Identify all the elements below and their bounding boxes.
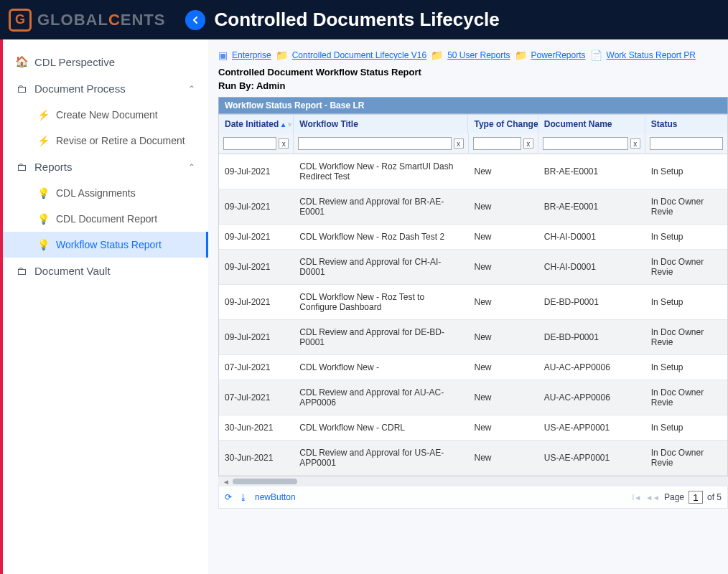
logo: GLOBALCENTS [9,9,165,32]
table-row[interactable]: 09-Jul-2021CDL Workflow New - Roz Test t… [219,285,727,320]
filter-row: x x x x [219,133,727,154]
crumb-user-reports[interactable]: 50 User Reports [447,50,510,60]
cell-date: 09-Jul-2021 [219,189,294,224]
page-label: Page [664,492,684,502]
breadcrumb: ▣ Enterprise 📁 Controlled Document Lifec… [218,50,728,61]
table-row[interactable]: 09-Jul-2021CDL Review and Approval for B… [219,189,727,225]
cell-date: 30-Jun-2021 [219,441,294,475]
download-icon[interactable]: ⭳ [239,492,248,502]
cell-date: 07-Jul-2021 [219,380,294,415]
bolt-icon: ⚡ [37,135,49,146]
report-icon: 📄 [590,50,602,61]
cell-docname: US-AE-APP0001 [538,415,645,440]
sidebar-item-label: Revise or Retire a Document [56,135,185,146]
cell-type: New [468,355,538,380]
filter-date-input[interactable] [223,137,276,150]
table-footer: ⟳ ⭳ newButton I◄ ◄◄ Page of 5 [218,486,728,509]
scroll-left-icon: ◄ [223,478,230,486]
sidebar-item-workflow-status-report[interactable]: 💡 Workflow Status Report [3,232,208,258]
crumb-work-status-report[interactable]: Work Status Report PR [607,50,696,60]
sidebar-item-label: Reports [34,161,73,173]
chevron-left-icon [190,14,201,26]
sidebar-item-reports[interactable]: 🗀 Reports ⌃ [3,154,208,180]
col-status[interactable]: Status [645,115,727,133]
clear-filter-button[interactable]: x [279,138,289,149]
cell-workflow-title: CDL Workflow New - [294,355,468,380]
sidebar-item-label: Create New Document [56,109,158,121]
cell-status: In Setup [645,415,727,440]
bolt-icon: ⚡ [37,109,49,121]
new-button[interactable]: newButton [255,492,296,502]
folder-icon: 📁 [515,50,527,61]
cell-type: New [468,250,538,284]
page-first-button[interactable]: I◄ [632,494,641,502]
cell-workflow-title: CDL Workflow New - Roz Dash Test 2 [294,225,468,249]
page-number-input[interactable] [689,491,703,504]
sidebar-item-create-new-document[interactable]: ⚡ Create New Document [3,102,208,128]
cell-date: 07-Jul-2021 [219,355,294,380]
bulb-icon: 💡 [37,187,49,199]
cell-docname: CH-AI-D0001 [538,250,645,284]
cell-date: 09-Jul-2021 [219,320,294,354]
horizontal-scrollbar[interactable]: ◄ [218,476,728,486]
pagination: I◄ ◄◄ Page of 5 [632,491,722,504]
refresh-icon[interactable]: ⟳ [225,492,232,502]
table-row[interactable]: 30-Jun-2021CDL Review and Approval for U… [219,441,727,476]
clear-filter-button[interactable]: x [523,138,533,149]
sidebar-item-document-vault[interactable]: 🗀 Document Vault [3,258,208,284]
table-row[interactable]: 30-Jun-2021CDL Workflow New - CDRLNewUS-… [219,415,727,441]
col-document-name[interactable]: Document Name [538,115,645,133]
folder-icon: 📁 [431,50,443,61]
page-title: Controlled Documents Lifecycle [214,9,499,31]
cell-type: New [468,415,538,440]
page-prev-button[interactable]: ◄◄ [645,494,660,502]
filter-status-input[interactable] [650,137,723,150]
table-row[interactable]: 09-Jul-2021CDL Review and Approval for D… [219,320,727,355]
cell-type: New [468,320,538,354]
scrollbar-thumb[interactable] [233,479,297,484]
table-row[interactable]: 07-Jul-2021CDL Workflow New -NewAU-AC-AP… [219,355,727,380]
crumb-powerreports[interactable]: PowerReports [531,50,586,60]
cell-type: New [468,154,538,189]
cell-status: In Doc Owner Revie [645,380,727,415]
panel-title: Workflow Status Report - Base LR [218,97,728,114]
back-button[interactable] [185,10,205,30]
cell-status: In Setup [645,154,727,189]
cell-status: In Setup [645,285,727,319]
table-header-row: Date Initiated ▴ ▾ Workflow Title Type o… [219,115,727,133]
filter-type-input[interactable] [473,137,521,150]
chevron-up-icon: ⌃ [188,84,195,94]
sort-desc-icon: ▾ [288,121,291,128]
crumb-enterprise[interactable]: Enterprise [232,50,271,60]
col-type-of-change[interactable]: Type of Change [468,115,538,133]
sidebar-item-document-process[interactable]: 🗀 Document Process ⌃ [3,75,208,102]
table-row[interactable]: 09-Jul-2021CDL Workflow New - Roz Dash T… [219,225,727,250]
table-row[interactable]: 09-Jul-2021CDL Review and Approval for C… [219,250,727,285]
clear-filter-button[interactable]: x [454,138,464,149]
col-date-initiated[interactable]: Date Initiated ▴ ▾ [219,115,294,133]
cell-docname: US-AE-APP0001 [538,441,645,475]
enterprise-icon: ▣ [218,50,228,61]
filter-docname-input[interactable] [543,137,628,150]
sidebar-item-cdl-perspective[interactable]: 🏠 CDL Perspective [3,48,208,75]
col-workflow-title[interactable]: Workflow Title [294,115,468,133]
cell-date: 09-Jul-2021 [219,250,294,284]
sidebar-item-label: CDL Perspective [34,56,115,68]
filter-title-input[interactable] [298,137,451,150]
cell-docname: AU-AC-APP0006 [538,355,645,380]
cell-type: New [468,189,538,224]
crumb-cdl-v16[interactable]: Controlled Document Lifecycle V16 [292,50,426,60]
folder-icon: 📁 [276,50,288,61]
folder-icon: 🗀 [16,83,27,95]
sidebar-item-cdl-document-report[interactable]: 💡 CDL Document Report [3,206,208,232]
sidebar-item-revise-retire[interactable]: ⚡ Revise or Retire a Document [3,128,208,154]
table-row[interactable]: 09-Jul-2021CDL Workflow New - Roz SmartU… [219,154,727,189]
cell-status: In Doc Owner Revie [645,189,727,224]
clear-filter-button[interactable]: x [630,138,640,149]
run-by-label: Run By: Admin [218,80,728,91]
sidebar-item-cdl-assignments[interactable]: 💡 CDL Assignments [3,180,208,206]
cell-type: New [468,441,538,475]
table-row[interactable]: 07-Jul-2021CDL Review and Approval for A… [219,380,727,415]
sidebar-item-label: CDL Assignments [56,187,136,199]
logo-text: GLOBALCENTS [37,11,165,29]
